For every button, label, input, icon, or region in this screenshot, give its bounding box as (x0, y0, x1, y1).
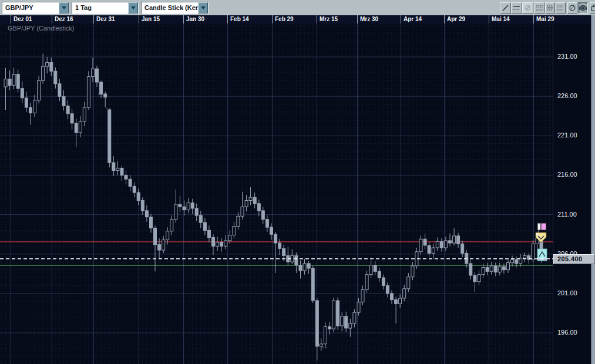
chevron-down-icon (62, 6, 66, 9)
right-scroll-strip[interactable] (591, 15, 595, 364)
grid-mixed-icon (546, 4, 554, 12)
date-tick-separator (357, 15, 358, 23)
timeframe-select[interactable]: 1 Tag (72, 2, 139, 14)
price-tick-label: 221.00 (557, 132, 590, 139)
date-tick-label: Jan 15 (142, 16, 160, 22)
date-tick-label: Feb 29 (275, 16, 294, 22)
date-tick-separator (52, 15, 52, 23)
chart-stage: GBP/JPY (Candlestick) 205.400 231.00226.… (0, 23, 595, 364)
price-tick-label: 216.00 (557, 171, 590, 178)
symbol-select[interactable]: GBP/JPY (2, 2, 69, 14)
date-tick-separator (183, 15, 184, 23)
circle-hatch-dense-icon (579, 4, 587, 12)
date-tick-separator (11, 15, 11, 23)
price-axis[interactable]: 205.400 231.00226.00221.00216.00211.0020… (553, 23, 591, 364)
horizontal-line-tool-button[interactable] (511, 2, 522, 14)
date-tick-label: Mrz 30 (360, 16, 378, 22)
date-tick-label: Feb 14 (230, 16, 249, 22)
grid-style-dashed-button[interactable] (535, 2, 544, 14)
grid-style-mixed-button[interactable] (545, 2, 555, 14)
date-tick-label: Dez 16 (55, 16, 73, 22)
date-tick-label: Apr 14 (404, 16, 422, 22)
line-tool-icon (502, 4, 509, 12)
date-tick-separator (444, 15, 445, 23)
trading-app-window: GBP/JPY 1 Tag Candle Stick (Kerze (0, 0, 595, 364)
price-tick-label: 231.00 (557, 53, 590, 60)
chart-type-select-arrow[interactable] (198, 2, 208, 14)
chevron-down-icon (201, 6, 206, 9)
price-tick-label: 196.00 (557, 329, 590, 336)
toolbar: GBP/JPY 1 Tag Candle Stick (Kerze (0, 0, 595, 16)
date-tick-separator (227, 15, 228, 23)
circle-hatch-light-icon (569, 4, 576, 12)
cascade-windows-button[interactable] (590, 2, 595, 14)
circle-hatch-dense-button[interactable] (578, 2, 588, 14)
date-tick-separator (533, 15, 534, 23)
date-tick-separator (272, 15, 273, 23)
date-tick-label: Dez 01 (14, 16, 32, 22)
date-tick-separator (489, 15, 489, 23)
date-tick-label: Jan 30 (186, 16, 204, 22)
price-tick-label: 211.00 (557, 211, 590, 218)
chart-title: GBP/JPY (Candlestick) (8, 25, 75, 32)
chart-type-select[interactable]: Candle Stick (Kerze (141, 2, 209, 14)
date-tick-label: Apr 29 (447, 16, 465, 22)
date-tick-label: Mai 29 (536, 16, 554, 22)
circle-hatch-light-button[interactable] (567, 2, 577, 14)
date-tick-label: Mrz 15 (320, 16, 338, 22)
grid-dense-icon (557, 4, 564, 12)
date-tick-separator (93, 15, 94, 23)
timeframe-select-arrow[interactable] (128, 2, 138, 14)
price-tick-label: 201.00 (557, 289, 590, 296)
grid-style-dense-button[interactable] (556, 2, 566, 14)
date-tick-separator (139, 15, 139, 23)
ellipse-off-button (522, 2, 533, 14)
grid-dashed-icon (536, 4, 543, 12)
horizontal-dashed-line-icon (513, 4, 520, 12)
line-tool-button[interactable] (500, 2, 511, 14)
date-tick-separator (317, 15, 317, 23)
date-tick-label: Dez 31 (96, 16, 115, 22)
current-price-badge: 205.400 (553, 254, 594, 264)
flag-marker (537, 223, 546, 233)
date-tick-separator (401, 15, 401, 23)
price-tick-label: 226.00 (557, 92, 590, 99)
ellipse-off-icon (524, 4, 532, 12)
cascade-windows-icon (591, 4, 595, 12)
candlestick-chart[interactable] (0, 23, 553, 364)
chevron-down-icon (131, 6, 136, 9)
date-axis[interactable]: Dez 01Dez 16Dez 31Jan 15Jan 30Feb 14Feb … (0, 15, 591, 23)
date-tick-label: Mai 14 (492, 16, 510, 22)
symbol-select-arrow[interactable] (59, 2, 69, 14)
candlestick-series (4, 54, 543, 361)
